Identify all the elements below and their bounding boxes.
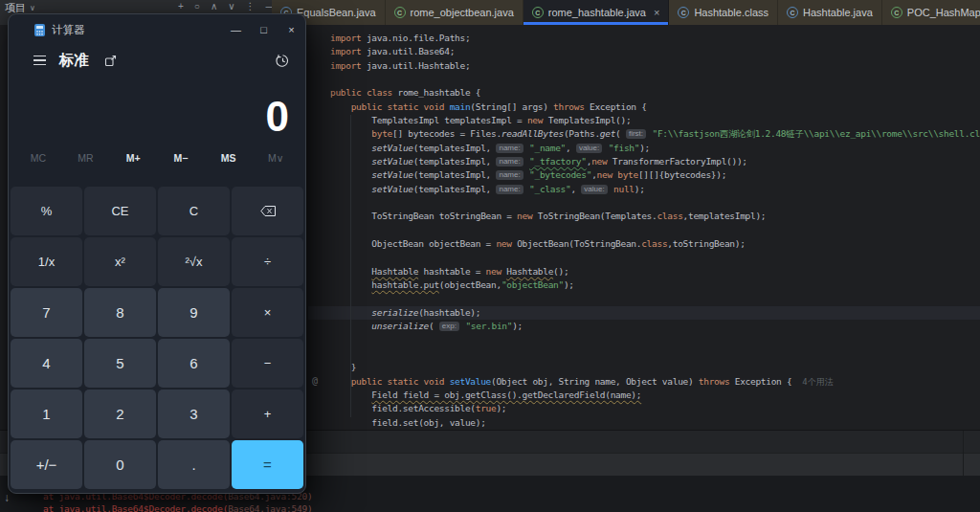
class-icon: C [678, 7, 689, 18]
tab-rome_objectbean-java[interactable]: Crome_objectbean.java [386, 0, 523, 25]
add-icon[interactable]: + [178, 0, 184, 13]
key-6[interactable]: 6 [158, 339, 230, 388]
key-5[interactable]: 5 [84, 339, 156, 388]
key-0[interactable]: 0 [84, 440, 156, 489]
key-7[interactable]: 7 [11, 288, 82, 337]
code-line [308, 334, 980, 347]
code-area: import java.nio.file.Paths;import java.u… [308, 32, 980, 430]
key-×[interactable]: × [232, 288, 303, 337]
code-line: field.setAccessible(true); [308, 402, 980, 415]
panel-toolbar: +○∧∨⋮— [178, 0, 276, 13]
key-x²[interactable]: x² [84, 237, 156, 286]
key-3[interactable]: 3 [158, 390, 230, 438]
file-link[interactable]: Base64.java:549) [228, 503, 312, 512]
annotation-gutter-icon: @ [312, 375, 318, 386]
calculator-nav: 标准 [9, 45, 305, 76]
window-controls: —□× [222, 14, 305, 45]
key-4[interactable]: 4 [11, 339, 82, 388]
maximize-button[interactable]: □ [250, 14, 278, 45]
code-line: hashtable.put(objectBean,"objectBean"); [308, 278, 980, 292]
key-÷[interactable]: ÷ [232, 237, 303, 286]
code-line: TemplatesImpl templatesImpl = new Templa… [308, 114, 980, 127]
menu-icon[interactable] [33, 56, 46, 66]
code-line: public static void setValue(Object obj, … [308, 375, 980, 389]
code-line: public class rome_hashtable { [308, 86, 980, 100]
memory-button-mr[interactable]: MR [62, 152, 110, 164]
code-line: Field field = obj.getClass().getDeclared… [308, 389, 980, 402]
keep-on-top-icon[interactable] [104, 55, 117, 67]
clock-icon[interactable]: ○ [194, 0, 200, 13]
key-9[interactable]: 9 [158, 288, 230, 337]
class-icon: C [891, 7, 902, 18]
calculator-app-icon [34, 24, 45, 36]
memory-button-mc[interactable]: MC [14, 152, 62, 164]
editor-tab-bar: CEqualsBean.javaCrome_objectbean.javaCro… [272, 0, 980, 25]
key-8[interactable]: 8 [84, 288, 156, 337]
memory-button-m−[interactable]: M− [157, 152, 205, 164]
code-line [308, 347, 980, 361]
class-icon: C [394, 7, 406, 18]
tab-poc_hashmap-java[interactable]: CPOC_HashMap.java [882, 0, 980, 25]
key-−[interactable]: − [232, 339, 303, 388]
calculator-window: 计算器 —□× 标准 0 MCMRM+M−MSM∨ %CEC1/xx²²√x÷7… [8, 13, 306, 494]
stacktrace-line: at java.util.Base64$Decoder.decode(Base6… [43, 503, 313, 512]
tab-label: rome_objectbean.java [411, 7, 514, 18]
code-line: byte[] bytecodes = Files.readAllBytes(Pa… [308, 127, 980, 141]
code-line: ToStringBean toStringBean = new ToString… [308, 210, 980, 223]
key-1[interactable]: 1 [11, 390, 82, 438]
minimize-button[interactable]: — [222, 14, 250, 45]
key-+[interactable]: + [232, 390, 303, 438]
close-icon[interactable]: × [654, 8, 659, 18]
tab-label: Hashtable.class [694, 7, 768, 18]
code-line [308, 293, 980, 306]
chevron-down-icon: ∨ [30, 4, 35, 12]
code-line: serialize(hashtable); [308, 306, 980, 320]
key-=[interactable]: = [232, 440, 303, 489]
key-2[interactable]: 2 [84, 390, 156, 438]
code-line: setValue(templatesImpl, name: "_tfactory… [308, 155, 980, 168]
code-line: ObjectBean objectBean = new ObjectBean(T… [308, 237, 980, 251]
key-.[interactable]: . [158, 440, 230, 489]
key-²√x[interactable]: ²√x [158, 237, 230, 286]
key-+/−[interactable]: +/− [11, 440, 82, 489]
code-line: setValue(templatesImpl, name: "_bytecode… [308, 168, 980, 182]
code-line [308, 224, 980, 237]
calculator-titlebar[interactable]: 计算器 —□× [9, 14, 305, 45]
tab-label: POC_HashMap.java [907, 7, 980, 18]
memory-button-m∨[interactable]: M∨ [252, 152, 300, 164]
code-line: public static void main(String[] args) t… [308, 100, 980, 114]
code-line: import java.nio.file.Paths; [308, 32, 980, 45]
tab-label: EqualsBean.java [297, 7, 376, 18]
key-1/x[interactable]: 1/x [11, 237, 82, 286]
mode-title: 标准 [59, 51, 89, 71]
code-line: setValue(templatesImpl, name: "_name", v… [308, 142, 980, 155]
history-icon[interactable] [276, 54, 290, 68]
scroll-down-icon[interactable]: ↓ [4, 491, 10, 504]
code-line: } [308, 361, 980, 374]
close-button[interactable]: × [278, 14, 305, 45]
code-line: field.set(obj, value); [308, 416, 980, 430]
code-line: import java.util.Base64; [308, 45, 980, 58]
code-line [308, 252, 980, 265]
key-backspace[interactable] [232, 187, 303, 235]
memory-row: MCMRM+M−MSM∨ [14, 152, 300, 164]
calc-keypad: %CEC1/xx²²√x÷789×456−123++/−0.= [11, 187, 303, 489]
key-CE[interactable]: CE [84, 187, 156, 235]
key-C[interactable]: C [158, 187, 230, 235]
tab-rome_hashtable-java[interactable]: Crome_hashtable.java× [523, 0, 670, 25]
memory-button-ms[interactable]: MS [205, 152, 253, 164]
class-icon: C [787, 7, 798, 18]
more-icon[interactable]: ⋮ [246, 0, 256, 13]
code-line: import java.util.Hashtable; [308, 59, 980, 73]
tab-label: Hashtable.java [803, 7, 873, 18]
tab-hashtable-class[interactable]: CHashtable.class [669, 0, 778, 25]
key-%[interactable]: % [11, 187, 82, 235]
panel-divider [963, 431, 964, 476]
memory-button-m+[interactable]: M+ [109, 152, 157, 164]
window-title: 计算器 [52, 23, 85, 37]
collapse-icon[interactable]: ∧ [211, 0, 217, 13]
tab-hashtable-java[interactable]: CHashtable.java [778, 0, 882, 25]
code-line: Hashtable hashtable = new Hashtable(); [308, 265, 980, 278]
expand-icon[interactable]: ∨ [228, 0, 234, 13]
class-icon: C [532, 7, 544, 18]
